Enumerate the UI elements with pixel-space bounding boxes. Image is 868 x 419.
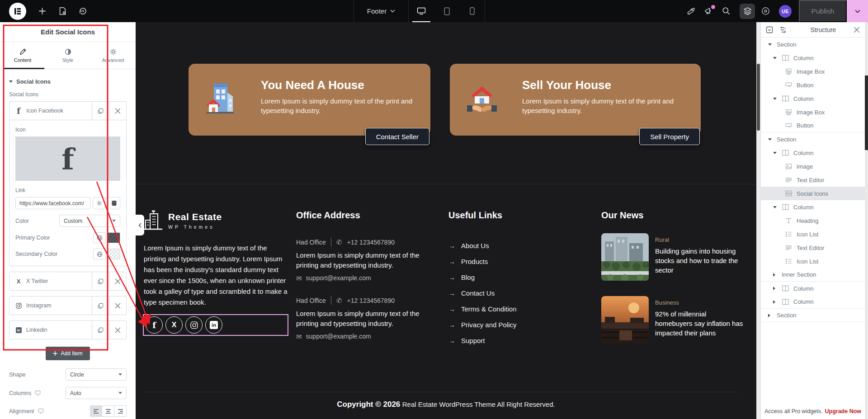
repeater-item-header[interactable]: X X Twitter (9, 272, 126, 290)
responsive-desktop-icon[interactable] (35, 391, 41, 395)
remove-item-button[interactable] (109, 297, 126, 315)
canvas-scrollbar[interactable] (756, 22, 760, 419)
caret-down-icon[interactable] (773, 57, 777, 59)
promo-card-need-house[interactable]: You Need A House Lorem Ipsum is simply d… (189, 64, 430, 136)
tree-item-button[interactable]: Button (761, 119, 865, 132)
tree-item-column[interactable]: Column (761, 200, 865, 214)
columns-select[interactable]: Auto (66, 387, 127, 399)
office-phone[interactable]: +12 1234567890 (347, 297, 395, 304)
preview-eye-icon[interactable] (761, 7, 770, 15)
tree-item-section[interactable]: Section (761, 309, 865, 322)
tree-item-column[interactable]: Column (761, 146, 865, 160)
footer-link-terms[interactable]: →Terms & Condition (448, 301, 555, 317)
tree-item-button[interactable]: Button (761, 78, 865, 92)
repeater-item-header[interactable]: in Linkedin (9, 321, 126, 339)
tree-item-social-icons-selected[interactable]: Social Icons (761, 187, 865, 200)
align-left-button[interactable] (90, 405, 102, 417)
tab-advanced[interactable]: Advanced (90, 42, 136, 69)
structure-toggle-active[interactable] (740, 4, 755, 19)
mobile-preview-icon[interactable] (461, 0, 483, 22)
promo-card-sell-house[interactable]: Sell Your House Lorem Ipsum is simply du… (450, 64, 701, 136)
section-toggle-social-icons[interactable]: Social Icons (9, 78, 127, 85)
tree-item-image-box[interactable]: Image Box (761, 105, 865, 119)
tree-item-heading[interactable]: Heading (761, 214, 865, 227)
tree-item-image[interactable]: Image (761, 160, 865, 173)
tab-content[interactable]: Content (0, 42, 45, 69)
collapse-all-icon[interactable] (766, 26, 773, 33)
expand-elements-icon[interactable] (779, 26, 787, 33)
launchpad-rocket-icon[interactable] (687, 7, 695, 15)
tablet-preview-icon[interactable] (436, 0, 458, 22)
tab-style[interactable]: Style (45, 42, 90, 69)
primary-color-swatch[interactable] (108, 232, 120, 243)
tree-item-section[interactable]: Section (761, 38, 865, 51)
document-switcher[interactable]: Footer (354, 7, 408, 15)
duplicate-item-button[interactable] (92, 297, 109, 315)
elementor-logo[interactable] (9, 3, 26, 20)
panel-collapse-handle[interactable] (136, 215, 144, 235)
link-options-button[interactable] (93, 197, 105, 209)
upgrade-now-link[interactable]: Upgrade Now (825, 408, 861, 414)
page-settings-icon[interactable] (58, 7, 67, 15)
global-color-button[interactable] (93, 249, 106, 259)
tree-item-text-editor[interactable]: Text Editor (761, 173, 865, 187)
caret-right-icon[interactable] (773, 287, 775, 290)
shape-select[interactable]: Circle (66, 368, 127, 381)
tree-item-column[interactable]: Column (761, 295, 865, 309)
repeater-item-header[interactable]: f Icon Facebook (9, 102, 126, 120)
scrollbar-thumb[interactable] (757, 64, 760, 131)
duplicate-item-button[interactable] (92, 272, 109, 290)
history-icon[interactable] (79, 7, 87, 15)
tree-item-image-box[interactable]: Image Box (761, 65, 865, 78)
office-phone[interactable]: +12 1234567890 (347, 239, 395, 246)
footer-link-about-us[interactable]: →About Us (448, 238, 555, 254)
tree-item-inner-section[interactable]: Inner Section (761, 268, 865, 282)
add-item-button[interactable]: Add Item (46, 347, 90, 360)
footer-link-blog[interactable]: →Blog (448, 269, 555, 285)
user-avatar[interactable]: UE (779, 5, 792, 18)
caret-down-icon[interactable] (773, 152, 777, 154)
desktop-preview-icon[interactable] (410, 0, 432, 22)
link-url-input[interactable]: https://www.facebook.com/ (15, 197, 90, 209)
caret-right-icon[interactable] (768, 314, 770, 317)
global-color-button[interactable] (93, 232, 106, 243)
caret-down-icon[interactable] (773, 206, 777, 208)
tree-item-section[interactable]: Section (761, 132, 865, 146)
office-email[interactable]: support@example.com (306, 333, 371, 340)
duplicate-item-button[interactable] (92, 321, 109, 339)
align-center-button[interactable] (102, 405, 114, 417)
news-item[interactable]: Rural Building gains into housing stocks… (601, 233, 742, 281)
tree-item-column[interactable]: Column (761, 92, 865, 105)
caret-down-icon[interactable] (768, 138, 772, 141)
brand[interactable]: Real Estate WP Themes (144, 210, 289, 231)
remove-item-button[interactable] (109, 321, 126, 339)
secondary-color-swatch[interactable] (108, 249, 120, 259)
linkedin-link[interactable]: in (205, 316, 222, 334)
duplicate-item-button[interactable] (92, 102, 109, 120)
footer-link-privacy[interactable]: →Privacy and Policy (448, 317, 555, 333)
sell-property-button[interactable]: Sell Property (639, 128, 700, 145)
caret-right-icon[interactable] (773, 300, 775, 304)
remove-item-button[interactable] (109, 102, 126, 120)
finder-search-icon[interactable] (722, 7, 731, 15)
responsive-desktop-icon[interactable] (38, 409, 44, 414)
contact-seller-button[interactable]: Contact Seller (365, 128, 429, 145)
icon-picker-preview[interactable]: f (15, 137, 120, 181)
remove-item-button[interactable] (109, 272, 126, 290)
tree-item-column[interactable]: Column (761, 51, 865, 65)
align-right-button[interactable] (114, 405, 127, 417)
news-item[interactable]: Business 92% of millennial homebuyers sa… (601, 296, 742, 344)
dynamic-tags-button[interactable] (108, 197, 120, 209)
office-email[interactable]: support@example.com (306, 274, 371, 282)
scrollbar-thumb[interactable] (865, 75, 868, 150)
tree-item-icon-list[interactable]: Icon List (761, 227, 865, 241)
repeater-item-header[interactable]: Instagram (9, 297, 126, 315)
publish-options-button[interactable] (847, 0, 868, 22)
caret-down-icon[interactable] (768, 43, 772, 46)
caret-right-icon[interactable] (773, 273, 775, 277)
caret-down-icon[interactable] (773, 98, 777, 100)
tree-item-icon-list[interactable]: Icon List (761, 254, 865, 268)
whats-new-megaphone-icon[interactable] (704, 7, 713, 15)
facebook-link[interactable]: f (146, 316, 163, 334)
footer-link-contact-us[interactable]: →Contact Us (448, 285, 555, 301)
